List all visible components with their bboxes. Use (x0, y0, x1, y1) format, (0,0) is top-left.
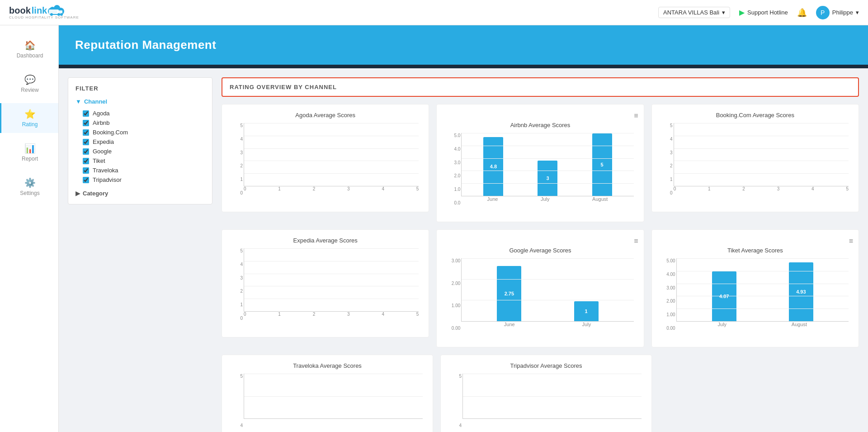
google-bar-june-rect: 2.75 (497, 266, 521, 321)
filter-label-airbnb: Airbnb (93, 119, 110, 126)
sidebar-item-report[interactable]: 📊 Report (0, 138, 58, 167)
hotel-selector[interactable]: ANTARA VILLAS Bali ▾ (658, 7, 730, 18)
sidebar-item-settings[interactable]: ⚙️ Settings (0, 172, 58, 202)
google-chart-inner: 2.75 1 (461, 258, 633, 322)
filter-item-booking[interactable]: Booking.Com (75, 128, 205, 137)
filter-item-tripadvisor[interactable]: Tripadvisor (75, 175, 205, 185)
filter-label-google: Google (93, 148, 112, 155)
logo: book link CLOUD HOSPITALITY SOFTWARE (9, 5, 79, 20)
filter-item-agoda[interactable]: Agoda (75, 109, 205, 118)
checkbox-airbnb[interactable] (83, 120, 89, 126)
app-layout: 🏠 Dashboard 💬 Review ⭐ Rating 📊 Report ⚙… (0, 25, 868, 432)
filter-channel-header[interactable]: ▼ Channel (75, 98, 205, 105)
chart-tiket-title: Tiket Average Scores (657, 247, 853, 254)
chart-google-area: 3.002.001.000.00 2.75 1 (442, 258, 638, 340)
filter-item-google[interactable]: Google (75, 147, 205, 156)
checkbox-booking[interactable] (83, 129, 89, 136)
chevron-down-icon: ▾ (722, 9, 725, 16)
chart-booking-area: 543210 012345 (657, 123, 853, 204)
logo-book: book (9, 5, 31, 15)
page-header: Reputation Management (59, 25, 868, 65)
chart-tiket: ≡ Tiket Average Scores 5.004.003.002.001… (651, 229, 859, 347)
sidebar-label-rating: Rating (22, 121, 38, 128)
logo-link: link (32, 5, 47, 15)
report-icon: 📊 (24, 143, 36, 154)
sidebar-item-rating[interactable]: ⭐ Rating (0, 103, 58, 133)
checkbox-agoda[interactable] (83, 110, 89, 117)
chart-traveloka: Traveloka Average Scores 54 (222, 355, 433, 432)
google-bar-june: 2.75 (497, 266, 521, 321)
header-right: ANTARA VILLAS Bali ▾ ▶ Support Hotline 🔔… (658, 6, 859, 19)
tiket-y-axis: 5.004.003.002.001.000.00 (658, 258, 675, 331)
chart-booking-title: Booking.Com Average Scores (657, 112, 853, 119)
filter-panel: FILTER ▼ Channel Agoda Airbnb (68, 77, 212, 204)
booking-x-axis: 012345 (674, 186, 849, 191)
checkbox-tiket[interactable] (83, 158, 89, 164)
chart-traveloka-area: 54 (227, 374, 427, 432)
expedia-y-axis: 543210 (229, 248, 243, 321)
hotel-name: ANTARA VILLAS Bali (663, 9, 719, 16)
google-bar-july: 1 (574, 301, 599, 321)
airbnb-label-august: August (592, 196, 608, 202)
airbnb-bar-july: 3 (538, 161, 557, 196)
tripadvisor-chart-inner (462, 374, 642, 419)
arrow-right-icon: ▶ (75, 190, 80, 197)
google-menu-icon[interactable]: ≡ (442, 237, 638, 245)
traveloka-chart-inner (244, 374, 423, 419)
filter-label-agoda: Agoda (93, 110, 110, 117)
tiket-label-july: July (718, 322, 727, 327)
chart-traveloka-title: Traveloka Average Scores (227, 362, 427, 369)
sidebar: 🏠 Dashboard 💬 Review ⭐ Rating 📊 Report ⚙… (0, 25, 59, 432)
checkbox-google[interactable] (83, 148, 89, 155)
agoda-y-axis: 543210 (229, 123, 243, 195)
filter-label-booking: Booking.Com (93, 129, 128, 136)
airbnb-bar-august: 5 (592, 133, 612, 196)
filter-item-expedia[interactable]: Expedia (75, 137, 205, 147)
filter-category-header[interactable]: ▶ Category (75, 190, 205, 197)
chart-tripadvisor-area: 54 (446, 374, 646, 432)
filter-item-airbnb[interactable]: Airbnb (75, 118, 205, 128)
booking-chart-inner (674, 123, 849, 186)
checkbox-expedia[interactable] (83, 139, 89, 145)
header: book link CLOUD HOSPITALITY SOFTWARE (0, 0, 868, 25)
chart-tripadvisor-title: Tripadvisor Average Scores (446, 362, 646, 369)
rating-overview-title: RATING OVERVIEW BY CHANNEL (230, 84, 337, 90)
sidebar-item-dashboard[interactable]: 🏠 Dashboard (0, 34, 58, 64)
support-hotline[interactable]: ▶ Support Hotline (739, 8, 788, 17)
chart-airbnb: ≡ Airbnb Average Scores 5.04.03.02.01.00… (436, 104, 644, 222)
checkbox-traveloka[interactable] (83, 167, 89, 174)
google-y-axis: 3.002.001.000.00 (443, 258, 460, 331)
filter-label-expedia: Expedia (93, 138, 114, 145)
rating-overview-box: RATING OVERVIEW BY CHANNEL (222, 77, 859, 97)
agoda-x-axis: 012345 (244, 186, 419, 191)
google-x-axis: June July (461, 322, 633, 327)
tiket-menu-icon[interactable]: ≡ (657, 237, 853, 245)
sidebar-label-report: Report (22, 156, 38, 162)
avatar: P (816, 6, 830, 19)
filter-label-tiket: Tiket (93, 157, 105, 164)
airbnb-menu-icon[interactable]: ≡ (442, 112, 638, 120)
charts-row-2: Expedia Average Scores 543210 (222, 229, 859, 347)
home-icon: 🏠 (24, 40, 36, 51)
sidebar-item-review[interactable]: 💬 Review (0, 69, 58, 99)
sidebar-label-review: Review (21, 87, 38, 93)
page-content: Reputation Management FILTER ▼ Channel A… (59, 25, 868, 432)
filter-title: FILTER (75, 85, 205, 92)
expedia-chart-inner (244, 248, 419, 312)
review-icon: 💬 (24, 74, 36, 85)
chart-tripadvisor: Tripadvisor Average Scores 54 (440, 355, 652, 432)
filter-label-tripadvisor: Tripadvisor (93, 176, 122, 183)
filter-item-traveloka[interactable]: Traveloka (75, 166, 205, 175)
checkbox-tripadvisor[interactable] (83, 177, 89, 183)
sidebar-label-settings: Settings (20, 190, 39, 196)
google-bar-july-rect: 1 (574, 301, 599, 321)
logo-cloud-icon (48, 5, 64, 16)
chart-google: ≡ Google Average Scores 3.002.001.000.00 (436, 229, 644, 347)
support-label: Support Hotline (747, 9, 788, 16)
expedia-x-axis: 012345 (244, 312, 419, 317)
sidebar-label-dashboard: Dashboard (17, 52, 43, 59)
user-menu[interactable]: P Philippe ▾ (816, 6, 859, 19)
chart-google-title: Google Average Scores (442, 247, 638, 254)
filter-item-tiket[interactable]: Tiket (75, 156, 205, 166)
notification-bell-icon[interactable]: 🔔 (797, 8, 807, 18)
